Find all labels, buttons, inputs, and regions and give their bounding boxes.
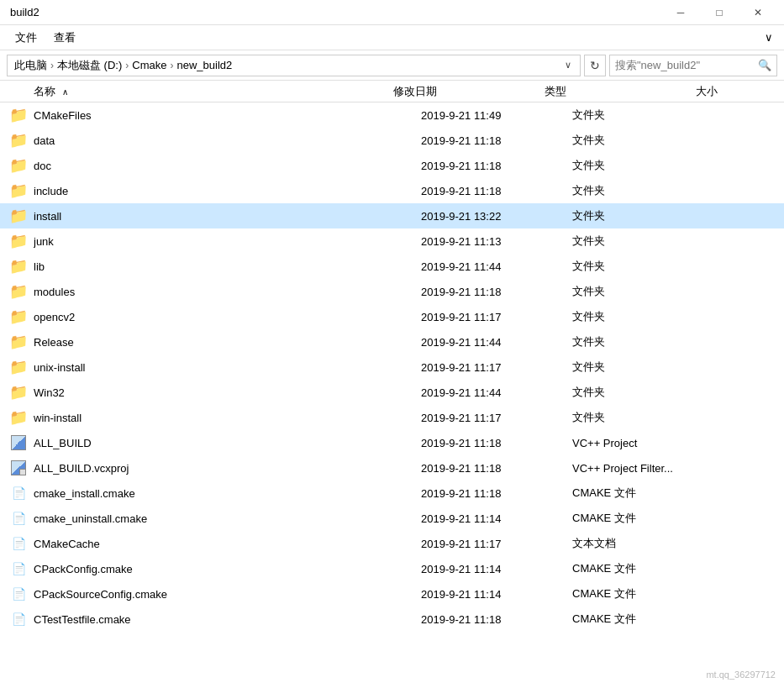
- list-item[interactable]: 📄 cmake_install.cmake 2019-9-21 11:18 CM…: [0, 481, 784, 506]
- file-date: 2019-9-21 11:18: [414, 134, 566, 147]
- list-item[interactable]: 📁 junk 2019-9-21 11:13 文件夹: [0, 228, 784, 254]
- breadcrumb[interactable]: 此电脑 › 本地磁盘 (D:) › Cmake › new_build2 ∨: [7, 55, 581, 76]
- header-date[interactable]: 修改日期: [387, 84, 538, 99]
- menu-view[interactable]: 查看: [45, 27, 84, 49]
- breadcrumb-cmake[interactable]: Cmake: [130, 59, 168, 71]
- file-name: opencv2: [34, 311, 414, 323]
- file-name: Win32: [34, 386, 414, 399]
- folder-icon: 📁: [10, 359, 27, 376]
- search-input[interactable]: [615, 59, 758, 71]
- file-type: 文件夹: [566, 309, 717, 324]
- file-name: doc: [34, 160, 414, 172]
- file-name: include: [34, 185, 414, 197]
- file-date: 2019-9-21 11:18: [414, 286, 566, 298]
- file-type: CMAKE 文件: [566, 586, 717, 601]
- list-item[interactable]: 📄 cmake_uninstall.cmake 2019-9-21 11:14 …: [0, 506, 784, 531]
- watermark: mt.qq_36297712: [706, 670, 776, 680]
- file-name: install: [34, 210, 414, 223]
- search-icon[interactable]: 🔍: [758, 59, 771, 71]
- list-item[interactable]: 📄 CTestTestfile.cmake 2019-9-21 11:18 CM…: [0, 607, 784, 632]
- file-name: CMakeFiles: [34, 109, 414, 122]
- file-type: 文件夹: [566, 284, 717, 299]
- breadcrumb-computer[interactable]: 此电脑: [13, 58, 49, 73]
- address-bar: 此电脑 › 本地磁盘 (D:) › Cmake › new_build2 ∨ ↻…: [0, 50, 784, 81]
- folder-icon: 📁: [10, 207, 27, 224]
- list-item[interactable]: 📁 Release 2019-9-21 11:44 文件夹: [0, 329, 784, 355]
- folder-icon: 📁: [10, 333, 27, 350]
- menu-expand-button[interactable]: ∨: [760, 29, 777, 46]
- menu-file[interactable]: 文件: [7, 27, 45, 49]
- list-item[interactable]: ALL_BUILD.vcxproj 2019-9-21 11:18 VC++ P…: [0, 455, 784, 481]
- cmake-icon: 📄: [10, 510, 27, 527]
- file-name: lib: [34, 260, 414, 273]
- header-type[interactable]: 类型: [538, 84, 689, 99]
- search-box[interactable]: 🔍: [609, 55, 777, 76]
- list-item[interactable]: 📁 win-install 2019-9-21 11:17 文件夹: [0, 405, 784, 430]
- file-type: 文件夹: [566, 259, 717, 274]
- file-name: ALL_BUILD.vcxproj: [34, 462, 414, 475]
- list-item[interactable]: 📁 modules 2019-9-21 11:18 文件夹: [0, 279, 784, 304]
- file-name: cmake_uninstall.cmake: [34, 512, 414, 525]
- file-name: ALL_BUILD: [34, 437, 414, 449]
- file-name: CPackConfig.cmake: [34, 563, 414, 575]
- list-item[interactable]: 📁 CMakeFiles 2019-9-21 11:49 文件夹: [0, 102, 784, 128]
- file-date: 2019-9-21 11:14: [414, 588, 566, 601]
- file-name: Release: [34, 336, 414, 349]
- header-name[interactable]: 名称 ∧: [0, 84, 387, 99]
- file-name: cmake_install.cmake: [34, 487, 414, 500]
- menu-bar: 文件 查看 ∨: [0, 25, 784, 50]
- list-item[interactable]: 📄 CMakeCache 2019-9-21 11:17 文本文档: [0, 531, 784, 556]
- folder-icon: 📁: [10, 384, 27, 401]
- file-list: 名称 ∧ 修改日期 类型 大小 📁 CMakeFiles 2019-9-21 1…: [0, 81, 784, 688]
- cmake-icon: 📄: [10, 586, 27, 602]
- folder-icon: 📁: [10, 182, 27, 199]
- list-item[interactable]: 📁 data 2019-9-21 11:18 文件夹: [0, 128, 784, 153]
- folder-icon: 📁: [10, 157, 27, 174]
- window-title: build2: [10, 6, 39, 18]
- file-date: 2019-9-21 11:13: [414, 235, 566, 248]
- cmake-icon: 📄: [10, 560, 27, 577]
- list-item[interactable]: 📁 include 2019-9-21 11:18 文件夹: [0, 178, 784, 203]
- list-item[interactable]: 📁 unix-install 2019-9-21 11:17 文件夹: [0, 355, 784, 380]
- folder-icon: 📁: [10, 308, 27, 325]
- file-date: 2019-9-21 13:22: [414, 210, 566, 223]
- file-name: CTestTestfile.cmake: [34, 613, 414, 626]
- file-date: 2019-9-21 11:14: [414, 563, 566, 575]
- title-bar: build2 ─ □ ✕: [0, 0, 784, 25]
- file-date: 2019-9-21 11:17: [414, 311, 566, 323]
- breadcrumb-folder[interactable]: new_build2: [175, 59, 234, 71]
- folder-icon: 📁: [10, 233, 27, 249]
- list-item[interactable]: 📁 doc 2019-9-21 11:18 文件夹: [0, 153, 784, 178]
- file-type: 文件夹: [566, 158, 717, 173]
- file-type: CMAKE 文件: [566, 511, 717, 526]
- list-item[interactable]: ALL_BUILD 2019-9-21 11:18 VC++ Project: [0, 430, 784, 455]
- file-type: 文件夹: [566, 360, 717, 375]
- vcproj-icon: [10, 434, 27, 451]
- refresh-button[interactable]: ↻: [584, 55, 606, 76]
- file-name: modules: [34, 286, 414, 298]
- header-size[interactable]: 大小: [689, 84, 756, 99]
- minimize-button[interactable]: ─: [661, 0, 700, 25]
- list-item[interactable]: 📁 lib 2019-9-21 11:44 文件夹: [0, 254, 784, 279]
- folder-icon: 📁: [10, 107, 27, 123]
- list-item[interactable]: 📁 Win32 2019-9-21 11:44 文件夹: [0, 380, 784, 405]
- file-name: junk: [34, 235, 414, 248]
- file-date: 2019-9-21 11:18: [414, 487, 566, 500]
- folder-icon: 📁: [10, 409, 27, 426]
- file-date: 2019-9-21 11:18: [414, 613, 566, 626]
- breadcrumb-drive[interactable]: 本地磁盘 (D:): [55, 58, 124, 73]
- folder-icon: 📁: [10, 258, 27, 275]
- file-name: unix-install: [34, 361, 414, 374]
- file-type: 文件夹: [566, 183, 717, 198]
- breadcrumb-dropdown-icon[interactable]: ∨: [561, 60, 575, 71]
- close-button[interactable]: ✕: [739, 0, 777, 25]
- list-item[interactable]: 📁 install 2019-9-21 13:22 文件夹: [0, 203, 784, 228]
- maximize-button[interactable]: □: [700, 0, 739, 25]
- list-item[interactable]: 📄 CPackSourceConfig.cmake 2019-9-21 11:1…: [0, 581, 784, 607]
- file-type: VC++ Project: [566, 437, 717, 449]
- list-item[interactable]: 📄 CPackConfig.cmake 2019-9-21 11:14 CMAK…: [0, 556, 784, 581]
- file-type: 文件夹: [566, 410, 717, 425]
- main-area: 名称 ∧ 修改日期 类型 大小 📁 CMakeFiles 2019-9-21 1…: [0, 81, 784, 688]
- list-item[interactable]: 📁 opencv2 2019-9-21 11:17 文件夹: [0, 304, 784, 329]
- folder-icon: 📁: [10, 132, 27, 149]
